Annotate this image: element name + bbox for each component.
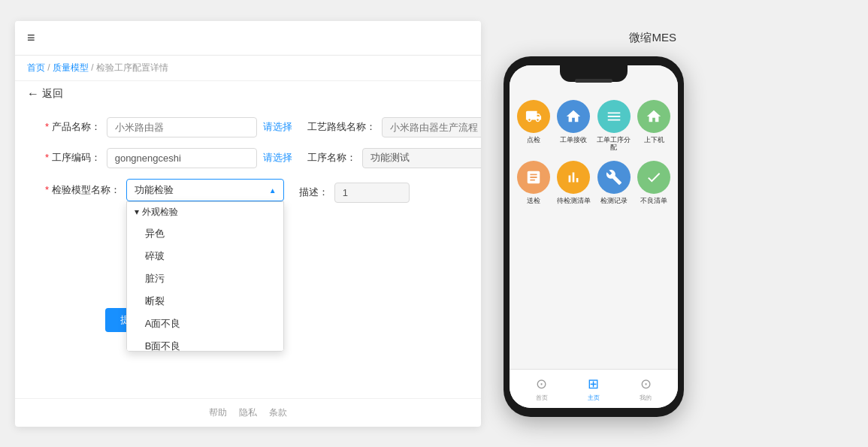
process-name-input[interactable] xyxy=(362,148,481,168)
select-arrow-icon: ▲ xyxy=(269,186,277,194)
process-select-link[interactable]: 请选择 xyxy=(263,151,292,165)
dropdown-group-label-text: 外观检验 xyxy=(142,206,178,219)
dropdown-item-0[interactable]: 异色 xyxy=(127,222,283,245)
dropdown-menu[interactable]: ▾ 外观检验 异色 碎玻 脏污 断裂 A面不良 B面不良 功能检验 电压稳定性 … xyxy=(126,201,284,352)
inspection-model-wrap: 检验模型名称： 功能检验 ▲ ▾ 外观检验 异色 xyxy=(45,179,284,201)
app-item-shangxiaji[interactable]: 上下机 xyxy=(637,100,673,153)
app-icon-songjian xyxy=(517,161,550,194)
phone-section: 微缩MES xyxy=(504,31,684,417)
app-label-shangxiaji: 上下机 xyxy=(644,136,664,144)
hamburger-icon[interactable]: ≡ xyxy=(27,30,35,46)
phone-screen: 点检 工单接收 xyxy=(510,65,678,408)
breadcrumb-sep1: / xyxy=(47,62,53,73)
app-label-jiance-jilu: 检测记录 xyxy=(600,197,628,205)
app-icon-dianjian xyxy=(517,100,550,133)
app-icon-shangxiaji xyxy=(637,100,670,133)
breadcrumb: 首页 / 质量模型 / 检验工序配置详情 xyxy=(15,56,481,81)
select-box[interactable]: 功能检验 ▲ xyxy=(126,179,284,201)
app-icon-jiance-jilu xyxy=(597,161,631,194)
product-name-input[interactable] xyxy=(107,117,257,137)
nav-home-label: 首页 xyxy=(536,394,548,402)
app-item-dianjian[interactable]: 点检 xyxy=(516,100,552,153)
footer-terms[interactable]: 条款 xyxy=(269,406,287,419)
process-route-label: 工艺路线名称： xyxy=(307,120,376,134)
app-label-gongdan-fenpei: 工单工序分配 xyxy=(596,136,632,153)
breadcrumb-quality[interactable]: 质量模型 xyxy=(53,62,89,73)
app-item-jiance-jilu[interactable]: 检测记录 xyxy=(596,161,632,205)
inspection-model-select[interactable]: 功能检验 ▲ ▾ 外观检验 异色 碎玻 脏污 断裂 xyxy=(126,179,284,201)
dropdown-item-1[interactable]: 碎玻 xyxy=(127,245,283,267)
process-route-wrap: 工艺路线名称： xyxy=(307,117,481,137)
app-icon-gongdan-jieshou xyxy=(557,100,590,133)
nav-home-icon: ⊙ xyxy=(536,376,547,392)
form-row-inspection: 检验模型名称： 功能检验 ▲ ▾ 外观检验 异色 xyxy=(45,179,451,203)
dropdown-group[interactable]: ▾ 外观检验 xyxy=(127,202,283,222)
phone-notch xyxy=(560,65,628,82)
breadcrumb-current: 检验工序配置详情 xyxy=(96,62,168,73)
product-name-wrap: 产品名称： 请选择 xyxy=(45,117,292,137)
app-item-gongdan-jieshou[interactable]: 工单接收 xyxy=(556,100,592,153)
nav-item-main[interactable]: ⊞ 主页 xyxy=(588,376,600,402)
dropdown-item-3[interactable]: 断裂 xyxy=(127,290,283,313)
process-code-input[interactable] xyxy=(107,148,257,168)
app-icon-buliang-list xyxy=(637,161,670,194)
main-container: ≡ 首页 / 质量模型 / 检验工序配置详情 ← 返回 产品名称： 请选择 xyxy=(0,0,868,447)
description-input[interactable] xyxy=(334,183,410,203)
phone-mockup: 点检 工单接收 xyxy=(504,56,684,417)
inspection-model-label: 检验模型名称： xyxy=(45,183,120,197)
app-label-gongdan-jieshou: 工单接收 xyxy=(560,136,587,144)
nav-profile-icon: ⊙ xyxy=(640,376,652,392)
app-label-daijian-list: 待检测清单 xyxy=(557,197,591,205)
process-code-label: 工序编码： xyxy=(45,151,101,165)
desktop-header: ≡ xyxy=(15,21,481,56)
app-label-songjian: 送检 xyxy=(527,197,540,205)
description-label: 描述： xyxy=(299,186,328,199)
app-item-songjian[interactable]: 送检 xyxy=(516,161,552,205)
back-label: 返回 xyxy=(42,87,63,101)
footer-privacy[interactable]: 隐私 xyxy=(239,406,257,419)
desktop-panel: ≡ 首页 / 质量模型 / 检验工序配置详情 ← 返回 产品名称： 请选择 xyxy=(15,21,481,427)
product-select-link[interactable]: 请选择 xyxy=(263,120,292,134)
desktop-footer: 帮助 隐私 条款 xyxy=(15,398,481,427)
app-item-daijian-list[interactable]: 待检测清单 xyxy=(556,161,592,205)
form-row-product: 产品名称： 请选择 工艺路线名称： xyxy=(45,117,451,137)
phone-label: 微缩MES xyxy=(629,31,676,45)
process-name-wrap: 工序名称： xyxy=(307,148,481,168)
phone-content: 点检 工单接收 xyxy=(510,92,678,369)
form-row-process: 工序编码： 请选择 工序名称： xyxy=(45,148,451,168)
phone-bottom-nav: ⊙ 首页 ⊞ 主页 ⊙ 我的 xyxy=(510,369,678,408)
dropdown-item-4[interactable]: A面不良 xyxy=(127,313,283,335)
process-code-wrap: 工序编码： 请选择 xyxy=(45,148,292,168)
phone-app-grid: 点检 工单接收 xyxy=(516,100,672,205)
phone-speaker xyxy=(575,79,612,83)
description-wrap: 描述： xyxy=(299,183,451,203)
app-icon-gongdan-fenpei xyxy=(597,100,631,133)
nav-main-label: 主页 xyxy=(588,394,600,402)
process-route-input[interactable] xyxy=(382,117,481,137)
nav-main-icon: ⊞ xyxy=(588,376,599,392)
nav-item-profile[interactable]: ⊙ 我的 xyxy=(640,376,652,402)
app-icon-daijian-list xyxy=(557,161,590,194)
dropdown-item-2[interactable]: 脏污 xyxy=(127,267,283,290)
back-arrow-icon: ← xyxy=(27,87,39,101)
dropdown-item-5[interactable]: B面不良 xyxy=(127,335,283,352)
select-value: 功能检验 xyxy=(135,183,174,197)
app-item-buliang-list[interactable]: 不良清单 xyxy=(637,161,673,205)
app-item-gongdan-fenpei[interactable]: 工单工序分配 xyxy=(596,100,632,153)
app-label-dianjian: 点检 xyxy=(527,136,540,144)
process-name-label: 工序名称： xyxy=(307,151,356,165)
product-name-label: 产品名称： xyxy=(45,120,101,134)
app-label-buliang-list: 不良清单 xyxy=(640,197,667,205)
dropdown-chevron: ▾ xyxy=(135,207,139,217)
back-button[interactable]: ← 返回 xyxy=(15,81,481,110)
footer-help[interactable]: 帮助 xyxy=(209,406,227,419)
nav-item-home[interactable]: ⊙ 首页 xyxy=(536,376,548,402)
nav-profile-label: 我的 xyxy=(640,394,652,402)
form-content: 产品名称： 请选择 工艺路线名称： 工序编码： 请选择 工序名称： xyxy=(15,110,481,398)
breadcrumb-home[interactable]: 首页 xyxy=(27,62,45,73)
